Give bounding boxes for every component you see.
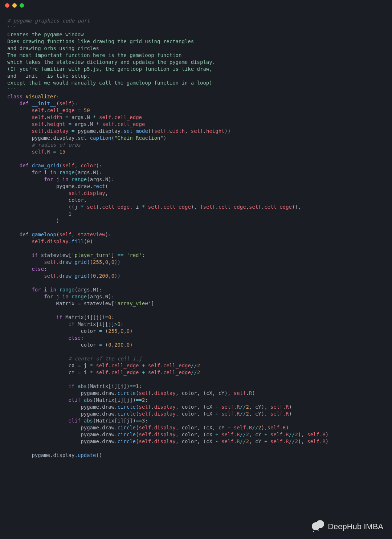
watermark-text: DeepHub IMBA	[328, 523, 383, 530]
docstring-line: except that we would manually call the g…	[7, 80, 212, 86]
fn-drawgrid: draw_grid	[32, 163, 59, 168]
kw-class: class	[7, 94, 23, 99]
zoom-icon[interactable]	[20, 3, 24, 8]
wechat-icon	[312, 520, 324, 532]
docstring-line: (If you're familiar with p5.js, the game…	[7, 66, 212, 72]
param-self: self	[59, 101, 72, 106]
fn-init: __init__	[32, 101, 56, 106]
docstring-open: '''	[7, 25, 16, 30]
fn-gameloop: gameloop	[32, 232, 56, 237]
class-name: Visualizer	[26, 94, 56, 99]
comment-line: # pygame graphics code part	[7, 18, 90, 24]
docstring-line: and __init__ is like setup,	[7, 73, 90, 79]
docstring-line: which takes the stateview dictionary and…	[7, 59, 215, 65]
docstring-line: Creates the pygame window	[7, 32, 84, 37]
docstring-line: The most important function here is the …	[7, 52, 181, 58]
watermark: DeepHub IMBA	[312, 520, 383, 532]
kw-def: def	[20, 101, 29, 106]
close-icon[interactable]	[5, 3, 9, 8]
docstring-line: and drawing orbs using circles	[7, 45, 99, 51]
window-titlebar	[0, 0, 392, 11]
comment-line: # radius of orbs	[32, 142, 81, 148]
docstring-close: '''	[7, 87, 16, 93]
minimize-icon[interactable]	[12, 3, 17, 8]
code-block: # pygame graphics code part ''' Creates …	[0, 11, 392, 466]
docstring-line: Does drawing functions like drawing the …	[7, 38, 194, 44]
comment-line: # center of the cell i,j	[69, 356, 142, 362]
